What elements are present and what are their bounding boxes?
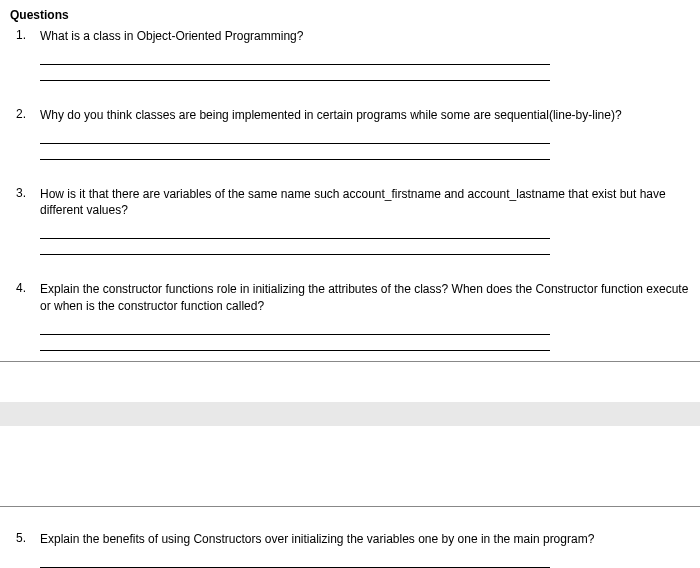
answer-line[interactable] (40, 51, 550, 65)
question-text: Explain the constructor functions role i… (30, 281, 690, 315)
answer-line[interactable] (40, 67, 550, 81)
question-number: 5. (16, 531, 26, 545)
question-number: 4. (16, 281, 26, 295)
question-number: 2. (16, 107, 26, 121)
answer-line[interactable] (40, 130, 550, 144)
question-item: 3. How is it that there are variables of… (30, 186, 690, 256)
question-number: 3. (16, 186, 26, 200)
question-text: How is it that there are variables of th… (30, 186, 690, 220)
question-item: 4. Explain the constructor functions rol… (30, 281, 690, 351)
gray-band (0, 402, 700, 426)
question-text: What is a class in Object-Oriented Progr… (30, 28, 690, 45)
answer-line[interactable] (40, 554, 550, 568)
answer-lines (30, 225, 690, 255)
answer-lines (30, 130, 690, 160)
question-number: 1. (16, 28, 26, 42)
question-text: Why do you think classes are being imple… (30, 107, 690, 124)
question-item: 2. Why do you think classes are being im… (30, 107, 690, 160)
questions-heading: Questions (10, 8, 690, 22)
question-text: Explain the benefits of using Constructo… (30, 531, 690, 548)
question-item: 1. What is a class in Object-Oriented Pr… (30, 28, 690, 81)
questions-list: 1. What is a class in Object-Oriented Pr… (30, 28, 690, 351)
answer-lines (30, 321, 690, 351)
answer-line[interactable] (40, 337, 550, 351)
answer-lines (30, 51, 690, 81)
answer-line[interactable] (40, 146, 550, 160)
answer-line[interactable] (40, 225, 550, 239)
question-item: 5. Explain the benefits of using Constru… (30, 531, 690, 568)
answer-line[interactable] (40, 241, 550, 255)
answer-lines (30, 554, 690, 568)
document-content-2: 5. Explain the benefits of using Constru… (0, 507, 700, 568)
questions-list-2: 5. Explain the benefits of using Constru… (30, 531, 690, 568)
document-content: Questions 1. What is a class in Object-O… (0, 0, 700, 351)
section-divider (0, 361, 700, 362)
answer-line[interactable] (40, 321, 550, 335)
